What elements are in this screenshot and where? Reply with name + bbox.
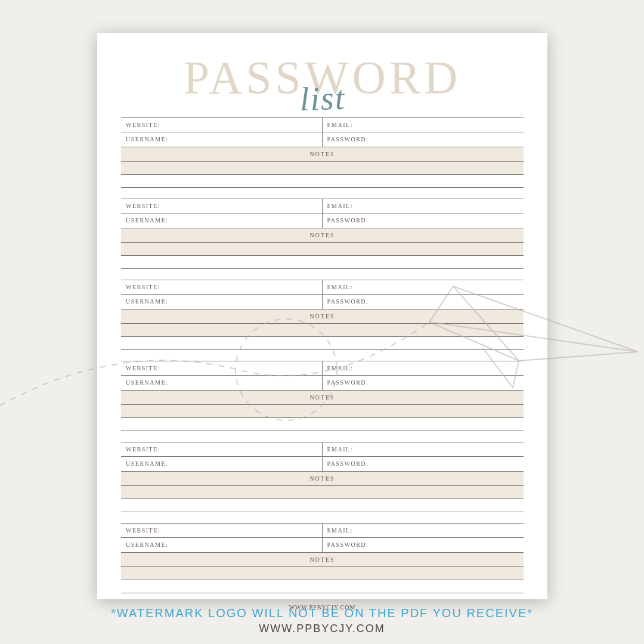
notes-line [121, 324, 524, 337]
entry-row: USERNAME:PASSWORD: [121, 213, 524, 228]
username-label: USERNAME: [121, 376, 323, 390]
entry-row: WEBSITE:EMAIL: [121, 117, 524, 132]
email-label: EMAIL: [323, 199, 524, 213]
password-entry: WEBSITE:EMAIL:USERNAME:PASSWORD:NOTES [121, 523, 524, 593]
entry-row: USERNAME:PASSWORD: [121, 132, 524, 147]
notes-label: NOTES [121, 147, 524, 162]
entry-row: WEBSITE:EMAIL: [121, 280, 524, 295]
notes-label: NOTES [121, 472, 524, 486]
caption-url: WWW.PPBYCJY.COM [0, 623, 644, 635]
entries-container: WEBSITE:EMAIL:USERNAME:PASSWORD:NOTESWEB… [121, 117, 524, 593]
username-label: USERNAME: [121, 213, 323, 228]
username-label: USERNAME: [121, 457, 323, 471]
notes-line [121, 486, 524, 499]
password-label: PASSWORD: [323, 213, 524, 228]
notes-label: NOTES [121, 228, 524, 243]
notes-line [121, 162, 524, 175]
password-label: PASSWORD: [323, 538, 524, 552]
notes-label: NOTES [121, 553, 524, 567]
website-label: WEBSITE: [121, 524, 323, 537]
password-label: PASSWORD: [323, 295, 524, 309]
entry-row: USERNAME:PASSWORD: [121, 376, 524, 391]
website-label: WEBSITE: [121, 280, 323, 294]
caption-watermark-notice: *WATERMARK LOGO WILL NOT BE ON THE PDF Y… [0, 606, 644, 620]
entry-row: USERNAME:PASSWORD: [121, 538, 524, 553]
document-page: PASSWORD list WEBSITE:EMAIL:USERNAME:PAS… [97, 33, 547, 599]
entry-row: WEBSITE:EMAIL: [121, 523, 524, 538]
entry-row: USERNAME:PASSWORD: [121, 295, 524, 309]
website-label: WEBSITE: [121, 118, 323, 132]
password-entry: WEBSITE:EMAIL:USERNAME:PASSWORD:NOTES [121, 442, 524, 512]
title-area: PASSWORD list [121, 51, 524, 104]
blank-line [121, 418, 524, 431]
blank-line [121, 499, 524, 512]
entry-row: USERNAME:PASSWORD: [121, 457, 524, 472]
username-label: USERNAME: [121, 132, 323, 147]
blank-line [121, 175, 524, 188]
website-label: WEBSITE: [121, 361, 323, 375]
email-label: EMAIL: [323, 442, 524, 456]
entry-row: WEBSITE:EMAIL: [121, 361, 524, 376]
notes-label: NOTES [121, 309, 524, 324]
password-entry: WEBSITE:EMAIL:USERNAME:PASSWORD:NOTES [121, 280, 524, 350]
notes-line [121, 405, 524, 418]
password-entry: WEBSITE:EMAIL:USERNAME:PASSWORD:NOTES [121, 117, 524, 188]
username-label: USERNAME: [121, 295, 323, 309]
password-entry: WEBSITE:EMAIL:USERNAME:PASSWORD:NOTES [121, 361, 524, 431]
password-label: PASSWORD: [323, 132, 524, 147]
password-label: PASSWORD: [323, 457, 524, 471]
entry-row: WEBSITE:EMAIL: [121, 442, 524, 457]
notes-label: NOTES [121, 391, 524, 405]
username-label: USERNAME: [121, 538, 323, 552]
caption-area: *WATERMARK LOGO WILL NOT BE ON THE PDF Y… [0, 606, 644, 635]
website-label: WEBSITE: [121, 442, 323, 456]
notes-line [121, 567, 524, 580]
password-label: PASSWORD: [323, 376, 524, 390]
entry-row: WEBSITE:EMAIL: [121, 199, 524, 213]
email-label: EMAIL: [323, 118, 524, 132]
blank-line [121, 256, 524, 269]
title-script: list [299, 79, 346, 119]
email-label: EMAIL: [323, 524, 524, 537]
notes-line [121, 243, 524, 256]
website-label: WEBSITE: [121, 199, 323, 213]
blank-line [121, 337, 524, 350]
email-label: EMAIL: [323, 280, 524, 294]
email-label: EMAIL: [323, 361, 524, 375]
blank-line [121, 580, 524, 593]
password-entry: WEBSITE:EMAIL:USERNAME:PASSWORD:NOTES [121, 199, 524, 269]
